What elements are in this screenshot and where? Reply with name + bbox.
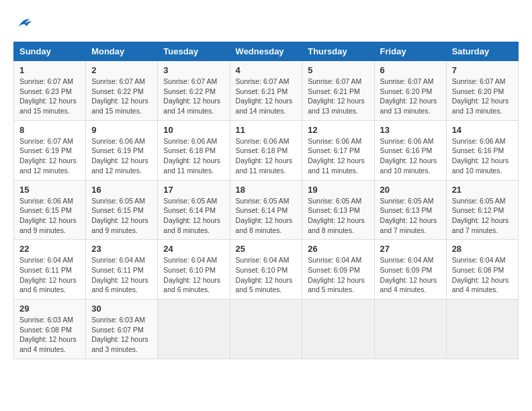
table-row: 7 Sunrise: 6:07 AM Sunset: 6:20 PM Dayli…	[446, 61, 518, 121]
day-number: 18	[236, 185, 297, 195]
day-number: 15	[19, 185, 80, 195]
day-number: 27	[380, 244, 441, 254]
day-number: 29	[19, 304, 80, 314]
day-info: Sunrise: 6:06 AM Sunset: 6:17 PM Dayligh…	[308, 136, 368, 176]
table-row: 8 Sunrise: 6:07 AM Sunset: 6:19 PM Dayli…	[14, 120, 86, 180]
day-info: Sunrise: 6:06 AM Sunset: 6:15 PM Dayligh…	[19, 196, 80, 236]
day-number: 14	[452, 125, 513, 135]
day-number: 5	[308, 65, 368, 75]
day-number: 25	[236, 244, 297, 254]
table-row: 21 Sunrise: 6:05 AM Sunset: 6:12 PM Dayl…	[446, 180, 518, 240]
day-info: Sunrise: 6:07 AM Sunset: 6:21 PM Dayligh…	[308, 77, 368, 116]
day-info: Sunrise: 6:06 AM Sunset: 6:18 PM Dayligh…	[236, 136, 297, 176]
day-info: Sunrise: 6:04 AM Sunset: 6:11 PM Dayligh…	[91, 255, 152, 295]
table-row: 19 Sunrise: 6:05 AM Sunset: 6:13 PM Dayl…	[302, 180, 374, 240]
table-row: 27 Sunrise: 6:04 AM Sunset: 6:09 PM Dayl…	[374, 240, 446, 300]
day-info: Sunrise: 6:04 AM Sunset: 6:09 PM Dayligh…	[380, 255, 441, 295]
logo-bird-icon	[15, 13, 34, 32]
day-number: 26	[308, 244, 368, 254]
day-info: Sunrise: 6:06 AM Sunset: 6:16 PM Dayligh…	[380, 136, 441, 176]
day-info: Sunrise: 6:04 AM Sunset: 6:10 PM Dayligh…	[163, 255, 224, 295]
day-number: 30	[91, 304, 152, 314]
day-number: 28	[452, 244, 513, 254]
table-row	[374, 300, 446, 359]
day-info: Sunrise: 6:07 AM Sunset: 6:23 PM Dayligh…	[19, 77, 80, 116]
table-row: 22 Sunrise: 6:04 AM Sunset: 6:11 PM Dayl…	[14, 240, 86, 300]
table-row: 17 Sunrise: 6:05 AM Sunset: 6:14 PM Dayl…	[158, 180, 230, 240]
day-info: Sunrise: 6:05 AM Sunset: 6:13 PM Dayligh…	[308, 196, 368, 236]
col-thursday: Thursday	[302, 42, 374, 61]
table-row: 26 Sunrise: 6:04 AM Sunset: 6:09 PM Dayl…	[302, 240, 374, 300]
day-number: 12	[308, 125, 368, 135]
table-row: 9 Sunrise: 6:06 AM Sunset: 6:19 PM Dayli…	[86, 120, 158, 180]
day-info: Sunrise: 6:03 AM Sunset: 6:07 PM Dayligh…	[91, 315, 152, 355]
table-row: 20 Sunrise: 6:05 AM Sunset: 6:13 PM Dayl…	[374, 180, 446, 240]
day-info: Sunrise: 6:04 AM Sunset: 6:10 PM Dayligh…	[236, 255, 297, 295]
table-row: 25 Sunrise: 6:04 AM Sunset: 6:10 PM Dayl…	[230, 240, 302, 300]
day-number: 8	[19, 125, 80, 135]
day-number: 22	[19, 244, 80, 254]
table-row: 30 Sunrise: 6:03 AM Sunset: 6:07 PM Dayl…	[86, 300, 158, 359]
day-number: 13	[380, 125, 441, 135]
table-row	[446, 300, 518, 359]
day-number: 17	[163, 185, 224, 195]
day-info: Sunrise: 6:07 AM Sunset: 6:22 PM Dayligh…	[163, 77, 224, 116]
calendar-week-row: 22 Sunrise: 6:04 AM Sunset: 6:11 PM Dayl…	[14, 240, 519, 300]
col-monday: Monday	[86, 42, 158, 61]
calendar-week-row: 15 Sunrise: 6:06 AM Sunset: 6:15 PM Dayl…	[14, 180, 519, 240]
day-number: 11	[236, 125, 297, 135]
col-tuesday: Tuesday	[158, 42, 230, 61]
day-info: Sunrise: 6:04 AM Sunset: 6:08 PM Dayligh…	[452, 255, 513, 295]
day-number: 3	[163, 65, 224, 75]
col-saturday: Saturday	[446, 42, 518, 61]
day-number: 23	[91, 244, 152, 254]
calendar-week-row: 29 Sunrise: 6:03 AM Sunset: 6:08 PM Dayl…	[14, 300, 519, 359]
col-sunday: Sunday	[14, 42, 86, 61]
day-info: Sunrise: 6:04 AM Sunset: 6:09 PM Dayligh…	[308, 255, 368, 295]
table-row: 4 Sunrise: 6:07 AM Sunset: 6:21 PM Dayli…	[230, 61, 302, 121]
day-number: 10	[163, 125, 224, 135]
day-info: Sunrise: 6:05 AM Sunset: 6:12 PM Dayligh…	[452, 196, 513, 236]
day-number: 20	[380, 185, 441, 195]
table-row: 18 Sunrise: 6:05 AM Sunset: 6:14 PM Dayl…	[230, 180, 302, 240]
day-info: Sunrise: 6:06 AM Sunset: 6:16 PM Dayligh…	[452, 136, 513, 176]
table-row: 10 Sunrise: 6:06 AM Sunset: 6:18 PM Dayl…	[158, 120, 230, 180]
day-info: Sunrise: 6:05 AM Sunset: 6:14 PM Dayligh…	[163, 196, 224, 236]
day-number: 16	[91, 185, 152, 195]
day-info: Sunrise: 6:07 AM Sunset: 6:19 PM Dayligh…	[19, 136, 80, 176]
day-info: Sunrise: 6:03 AM Sunset: 6:08 PM Dayligh…	[19, 315, 80, 355]
day-number: 19	[308, 185, 368, 195]
table-row: 14 Sunrise: 6:06 AM Sunset: 6:16 PM Dayl…	[446, 120, 518, 180]
calendar-table: Sunday Monday Tuesday Wednesday Thursday…	[13, 42, 519, 359]
table-row: 24 Sunrise: 6:04 AM Sunset: 6:10 PM Dayl…	[158, 240, 230, 300]
col-wednesday: Wednesday	[230, 42, 302, 61]
table-row: 2 Sunrise: 6:07 AM Sunset: 6:22 PM Dayli…	[86, 61, 158, 121]
day-number: 4	[236, 65, 297, 75]
table-row: 23 Sunrise: 6:04 AM Sunset: 6:11 PM Dayl…	[86, 240, 158, 300]
table-row: 28 Sunrise: 6:04 AM Sunset: 6:08 PM Dayl…	[446, 240, 518, 300]
day-number: 21	[452, 185, 513, 195]
table-row: 3 Sunrise: 6:07 AM Sunset: 6:22 PM Dayli…	[158, 61, 230, 121]
day-info: Sunrise: 6:07 AM Sunset: 6:20 PM Dayligh…	[452, 77, 513, 116]
day-info: Sunrise: 6:05 AM Sunset: 6:15 PM Dayligh…	[91, 196, 152, 236]
table-row: 11 Sunrise: 6:06 AM Sunset: 6:18 PM Dayl…	[230, 120, 302, 180]
day-info: Sunrise: 6:07 AM Sunset: 6:21 PM Dayligh…	[236, 77, 297, 116]
col-friday: Friday	[374, 42, 446, 61]
day-number: 24	[163, 244, 224, 254]
table-row: 16 Sunrise: 6:05 AM Sunset: 6:15 PM Dayl…	[86, 180, 158, 240]
calendar-header-row: Sunday Monday Tuesday Wednesday Thursday…	[14, 42, 519, 61]
table-row: 5 Sunrise: 6:07 AM Sunset: 6:21 PM Dayli…	[302, 61, 374, 121]
page-header	[13, 13, 519, 35]
day-number: 7	[452, 65, 513, 75]
day-info: Sunrise: 6:07 AM Sunset: 6:22 PM Dayligh…	[91, 77, 152, 116]
calendar-week-row: 1 Sunrise: 6:07 AM Sunset: 6:23 PM Dayli…	[14, 61, 519, 121]
day-info: Sunrise: 6:05 AM Sunset: 6:14 PM Dayligh…	[236, 196, 297, 236]
day-number: 6	[380, 65, 441, 75]
day-number: 1	[19, 65, 80, 75]
day-info: Sunrise: 6:07 AM Sunset: 6:20 PM Dayligh…	[380, 77, 441, 116]
table-row	[302, 300, 374, 359]
table-row	[158, 300, 230, 359]
day-info: Sunrise: 6:06 AM Sunset: 6:18 PM Dayligh…	[163, 136, 224, 176]
calendar-week-row: 8 Sunrise: 6:07 AM Sunset: 6:19 PM Dayli…	[14, 120, 519, 180]
day-info: Sunrise: 6:06 AM Sunset: 6:19 PM Dayligh…	[91, 136, 152, 176]
